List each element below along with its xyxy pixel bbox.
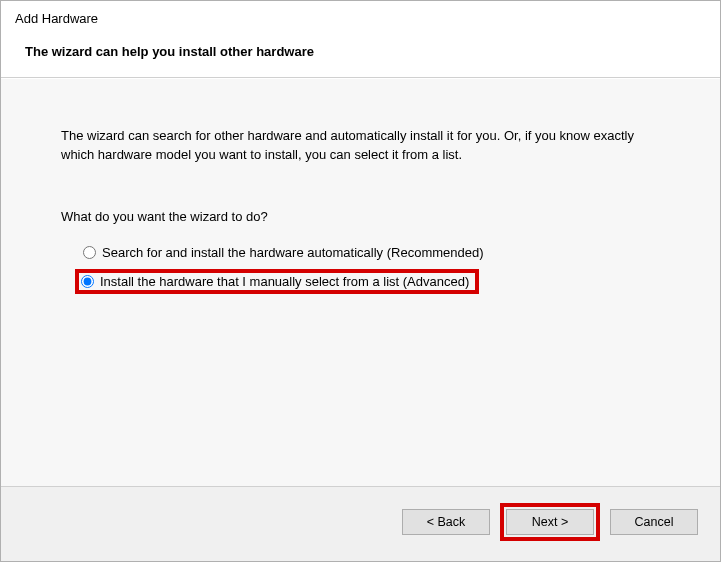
wizard-header: Add Hardware The wizard can help you ins…	[1, 1, 720, 78]
next-button[interactable]: Next >	[506, 509, 594, 535]
radio-input-automatic[interactable]	[83, 246, 96, 259]
wizard-radio-group: Search for and install the hardware auto…	[61, 242, 660, 294]
next-button-highlight: Next >	[500, 503, 600, 541]
wizard-content: The wizard can search for other hardware…	[1, 78, 720, 486]
radio-label-manual[interactable]: Install the hardware that I manually sel…	[100, 274, 469, 289]
wizard-button-bar: < Back Next > Cancel	[1, 486, 720, 561]
back-button-wrap: < Back	[400, 503, 492, 541]
cancel-button-wrap: Cancel	[608, 503, 700, 541]
radio-label-automatic[interactable]: Search for and install the hardware auto…	[102, 245, 484, 260]
cancel-button[interactable]: Cancel	[610, 509, 698, 535]
wizard-intro-text: The wizard can search for other hardware…	[61, 127, 660, 165]
radio-option-manual[interactable]: Install the hardware that I manually sel…	[75, 269, 479, 294]
radio-input-manual[interactable]	[81, 275, 94, 288]
back-button[interactable]: < Back	[402, 509, 490, 535]
add-hardware-wizard-window: Add Hardware The wizard can help you ins…	[0, 0, 721, 562]
wizard-heading: The wizard can help you install other ha…	[15, 44, 706, 59]
window-title: Add Hardware	[15, 11, 706, 44]
radio-option-automatic[interactable]: Search for and install the hardware auto…	[79, 242, 660, 263]
wizard-question: What do you want the wizard to do?	[61, 209, 660, 224]
